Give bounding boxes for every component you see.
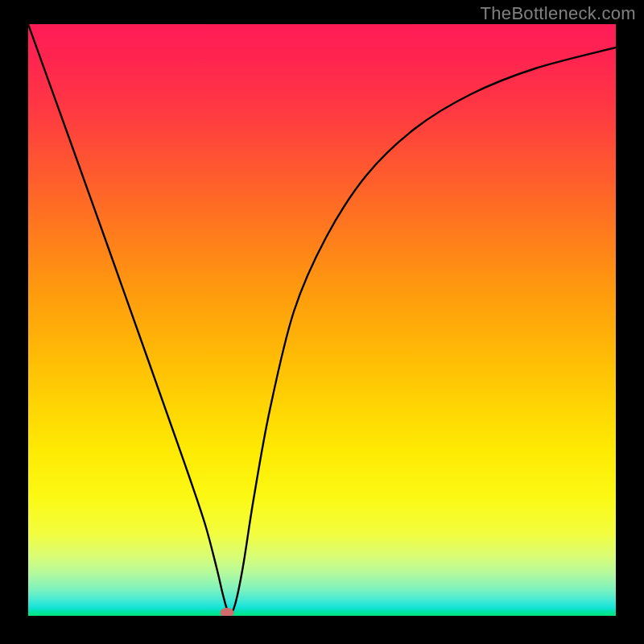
watermark-text: TheBottleneck.com (481, 3, 636, 24)
chart-container: TheBottleneck.com (0, 0, 644, 644)
curve-svg (28, 24, 616, 616)
optimal-point-marker (221, 608, 234, 616)
bottleneck-curve (28, 24, 616, 613)
plot-area (28, 24, 616, 616)
